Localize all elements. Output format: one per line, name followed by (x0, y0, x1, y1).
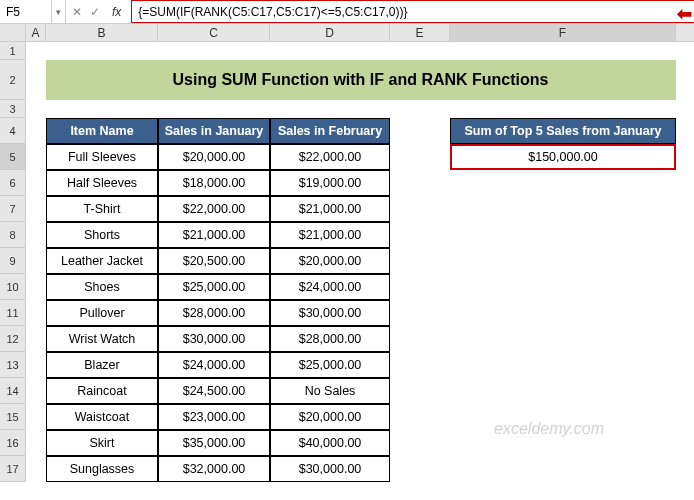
cell-item[interactable]: Leather Jacket (46, 248, 158, 274)
cell[interactable] (390, 378, 450, 404)
cell[interactable] (270, 100, 390, 118)
cell-jan[interactable]: $30,000.00 (158, 326, 270, 352)
row-header[interactable]: 8 (0, 222, 26, 248)
cell[interactable] (26, 60, 46, 100)
cell-feb[interactable]: $30,000.00 (270, 456, 390, 482)
cell[interactable] (390, 118, 450, 144)
cell[interactable] (450, 352, 676, 378)
cell[interactable] (26, 100, 46, 118)
cell-feb[interactable]: $30,000.00 (270, 300, 390, 326)
cell-item[interactable]: Full Sleeves (46, 144, 158, 170)
cell-jan[interactable]: $24,500.00 (158, 378, 270, 404)
cell[interactable] (450, 196, 676, 222)
cell[interactable] (390, 100, 450, 118)
name-box-dropdown-icon[interactable]: ▾ (52, 0, 66, 23)
row-header[interactable]: 3 (0, 100, 26, 118)
row-header[interactable]: 1 (0, 42, 26, 60)
cell[interactable] (390, 404, 450, 430)
fx-icon[interactable]: fx (108, 5, 125, 19)
cell-item[interactable]: Shorts (46, 222, 158, 248)
cell[interactable] (390, 456, 450, 482)
cell[interactable] (390, 326, 450, 352)
cell[interactable] (26, 404, 46, 430)
col-header-C[interactable]: C (158, 24, 270, 41)
cell[interactable] (26, 326, 46, 352)
header-sales-jan[interactable]: Sales in January (158, 118, 270, 144)
row-header[interactable]: 2 (0, 60, 26, 100)
cell-feb[interactable]: $22,000.00 (270, 144, 390, 170)
cell[interactable] (46, 100, 158, 118)
cell[interactable] (450, 248, 676, 274)
cell[interactable] (450, 170, 676, 196)
cell[interactable] (26, 274, 46, 300)
cell[interactable] (158, 100, 270, 118)
row-header[interactable]: 5 (0, 144, 26, 170)
cell[interactable] (270, 42, 390, 60)
cell-feb[interactable]: $25,000.00 (270, 352, 390, 378)
cell[interactable] (450, 100, 676, 118)
row-header[interactable]: 7 (0, 196, 26, 222)
cell[interactable] (390, 222, 450, 248)
row-header[interactable]: 17 (0, 456, 26, 482)
col-header-B[interactable]: B (46, 24, 158, 41)
header-sales-feb[interactable]: Sales in February (270, 118, 390, 144)
row-header[interactable]: 15 (0, 404, 26, 430)
cell-jan[interactable]: $28,000.00 (158, 300, 270, 326)
cell[interactable] (450, 300, 676, 326)
cell-item[interactable]: Pullover (46, 300, 158, 326)
cell[interactable] (450, 430, 676, 456)
cell[interactable] (26, 378, 46, 404)
cell-item[interactable]: Wrist Watch (46, 326, 158, 352)
cell[interactable] (26, 170, 46, 196)
cell-item[interactable]: Shoes (46, 274, 158, 300)
cell-feb[interactable]: $28,000.00 (270, 326, 390, 352)
cell-item[interactable]: Raincoat (46, 378, 158, 404)
cell-item[interactable]: Half Sleeves (46, 170, 158, 196)
col-header-A[interactable]: A (26, 24, 46, 41)
cell-feb[interactable]: $24,000.00 (270, 274, 390, 300)
page-title[interactable]: Using SUM Function with IF and RANK Func… (46, 60, 676, 100)
cell[interactable] (26, 300, 46, 326)
cell[interactable] (390, 196, 450, 222)
cell-jan[interactable]: $35,000.00 (158, 430, 270, 456)
formula-bar-input[interactable]: {=SUM(IF(RANK(C5:C17,C5:C17)<=5,C5:C17,0… (131, 0, 694, 23)
cell-feb[interactable]: $20,000.00 (270, 248, 390, 274)
row-header[interactable]: 12 (0, 326, 26, 352)
cell-item[interactable]: Waistcoat (46, 404, 158, 430)
cell-item[interactable]: Sunglasses (46, 456, 158, 482)
cell[interactable] (26, 352, 46, 378)
cell[interactable] (26, 118, 46, 144)
cell-feb[interactable]: No Sales (270, 378, 390, 404)
cell-feb[interactable]: $20,000.00 (270, 404, 390, 430)
cell-feb[interactable]: $21,000.00 (270, 196, 390, 222)
cell-jan[interactable]: $20,500.00 (158, 248, 270, 274)
col-header-F[interactable]: F (450, 24, 676, 41)
cell[interactable] (26, 144, 46, 170)
cell[interactable] (390, 144, 450, 170)
row-header[interactable]: 10 (0, 274, 26, 300)
row-header[interactable]: 4 (0, 118, 26, 144)
col-header-D[interactable]: D (270, 24, 390, 41)
cell[interactable] (26, 196, 46, 222)
cell[interactable] (390, 170, 450, 196)
row-header[interactable]: 9 (0, 248, 26, 274)
cell[interactable] (390, 42, 450, 60)
cell[interactable] (390, 300, 450, 326)
cell-jan[interactable]: $22,000.00 (158, 196, 270, 222)
cell-jan[interactable]: $18,000.00 (158, 170, 270, 196)
cell-jan[interactable]: $32,000.00 (158, 456, 270, 482)
cell[interactable] (390, 352, 450, 378)
cell[interactable] (26, 42, 46, 60)
row-header[interactable]: 16 (0, 430, 26, 456)
sum-header[interactable]: Sum of Top 5 Sales from January (450, 118, 676, 144)
cell-feb[interactable]: $40,000.00 (270, 430, 390, 456)
sum-value-active-cell[interactable]: $150,000.00 (450, 144, 676, 170)
row-header[interactable]: 6 (0, 170, 26, 196)
cell[interactable] (450, 274, 676, 300)
cell-item[interactable]: Skirt (46, 430, 158, 456)
row-header[interactable]: 14 (0, 378, 26, 404)
cell-jan[interactable]: $20,000.00 (158, 144, 270, 170)
cell[interactable] (450, 222, 676, 248)
cell[interactable] (450, 378, 676, 404)
cell[interactable] (26, 248, 46, 274)
